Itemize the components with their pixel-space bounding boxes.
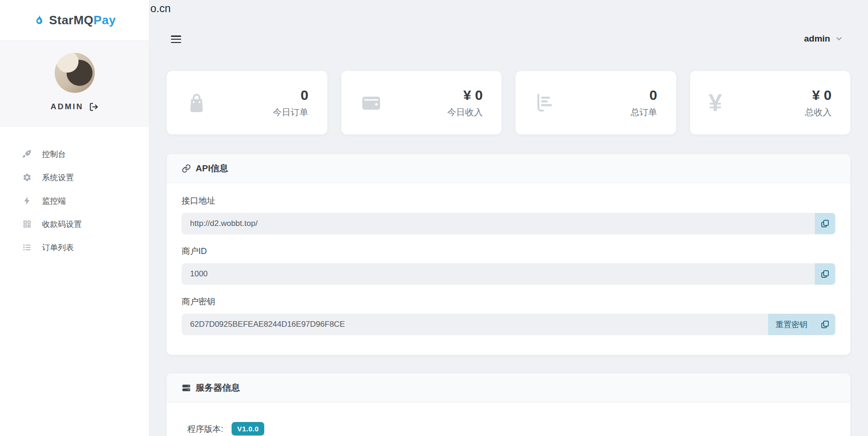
- api-panel-body: 接口地址 商户ID: [167, 183, 850, 353]
- stat-value: 0: [273, 87, 309, 103]
- stat-label: 总订单: [631, 106, 657, 119]
- sidebar-item-label: 系统设置: [42, 172, 74, 183]
- server-panel-header: 服务器信息: [167, 373, 850, 402]
- stat-card-today-orders: 0 今日订单: [167, 71, 327, 134]
- avatar[interactable]: [55, 53, 95, 93]
- stat-label: 总收入: [805, 106, 832, 119]
- server-icon: [182, 383, 191, 393]
- copy-icon: [820, 269, 830, 279]
- stat-card-total-income: ¥ ¥ 0 总收入: [690, 71, 851, 134]
- username-label: ADMIN: [50, 102, 84, 112]
- api-info-panel: API信息 接口地址 商户ID: [167, 154, 850, 355]
- sidebar: StarMQPay ADMIN 控制台: [0, 0, 149, 436]
- sidebar-item-label: 订单列表: [42, 242, 74, 253]
- stat-card-today-income: ¥ 0 今日收入: [341, 71, 502, 134]
- copy-merchant-key-button[interactable]: [815, 314, 835, 335]
- merchant-id-field: 商户ID: [182, 246, 835, 285]
- sidebar-item-monitor[interactable]: 监控端: [0, 189, 149, 212]
- stat-card-total-orders: 0 总订单: [515, 71, 676, 134]
- admin-row: ADMIN: [0, 102, 149, 112]
- bolt-icon: [22, 196, 32, 205]
- sidebar-menu: 控制台 系统设置 监控端 收款码设置: [0, 127, 149, 259]
- link-icon: [182, 164, 191, 173]
- field-label: 商户ID: [182, 246, 835, 257]
- list-icon: [22, 243, 32, 252]
- merchant-key-input[interactable]: [182, 314, 768, 335]
- logout-icon[interactable]: [89, 102, 99, 112]
- brand-name-accent: Pay: [93, 13, 116, 27]
- reset-key-button[interactable]: 重置密钥: [768, 314, 815, 335]
- merchant-key-field: 商户密钥 重置密钥: [182, 296, 835, 335]
- version-label: 程序版本:: [187, 423, 223, 435]
- hamburger-icon[interactable]: [171, 35, 181, 44]
- shopping-bag-icon: [185, 91, 208, 114]
- sidebar-item-qrcode-settings[interactable]: 收款码设置: [0, 212, 149, 236]
- server-panel-body: 程序版本: V1.0.0: [167, 402, 850, 436]
- gear-icon: [22, 173, 32, 182]
- brand-name: StarMQPay: [49, 13, 116, 28]
- user-menu-label: admin: [804, 34, 830, 44]
- copy-icon: [820, 320, 830, 329]
- copy-merchant-id-button[interactable]: [815, 263, 835, 285]
- flame-icon: [33, 14, 45, 26]
- wallet-icon: [360, 91, 382, 114]
- user-menu[interactable]: admin: [804, 34, 843, 44]
- sidebar-item-label: 收款码设置: [42, 219, 82, 230]
- qrcode-icon: [22, 219, 32, 229]
- copy-api-url-button[interactable]: [815, 213, 835, 234]
- sidebar-item-label: 监控端: [42, 196, 66, 206]
- field-label: 商户密钥: [182, 296, 835, 307]
- stat-value: 0: [631, 87, 657, 103]
- chevron-down-icon: [835, 35, 843, 43]
- api-panel-title: API信息: [196, 162, 228, 175]
- stat-value: ¥ 0: [447, 87, 483, 103]
- api-panel-header: API信息: [167, 154, 850, 183]
- yuan-icon: ¥: [709, 91, 722, 115]
- profile-section: ADMIN: [0, 40, 149, 127]
- brand-logo[interactable]: StarMQPay: [0, 0, 149, 40]
- copy-icon: [820, 219, 830, 228]
- stat-label: 今日收入: [447, 106, 483, 119]
- merchant-id-input[interactable]: [182, 263, 815, 285]
- server-panel-title: 服务器信息: [196, 382, 240, 394]
- version-badge: V1.0.0: [232, 422, 264, 436]
- sidebar-item-console[interactable]: 控制台: [0, 142, 149, 166]
- sidebar-item-label: 控制台: [42, 149, 66, 160]
- partial-url-text: o.cn: [150, 2, 170, 15]
- api-url-input[interactable]: [182, 213, 815, 234]
- server-info-panel: 服务器信息 程序版本: V1.0.0: [167, 373, 850, 436]
- brand-name-primary: StarMQ: [49, 13, 93, 27]
- api-url-field: 接口地址: [182, 195, 835, 234]
- version-row: 程序版本: V1.0.0: [182, 415, 835, 436]
- sidebar-item-order-list[interactable]: 订单列表: [0, 236, 149, 259]
- bar-chart-icon: [534, 91, 557, 114]
- field-label: 接口地址: [182, 195, 835, 206]
- rocket-icon: [22, 149, 32, 159]
- stat-value: ¥ 0: [805, 87, 832, 103]
- stat-label: 今日订单: [273, 106, 309, 119]
- dashboard-page: o.cn StarMQPay ADMIN: [0, 0, 868, 436]
- stats-row: 0 今日订单 ¥ 0 今日收入 0 总订单: [167, 71, 850, 134]
- sidebar-item-system-settings[interactable]: 系统设置: [0, 166, 149, 189]
